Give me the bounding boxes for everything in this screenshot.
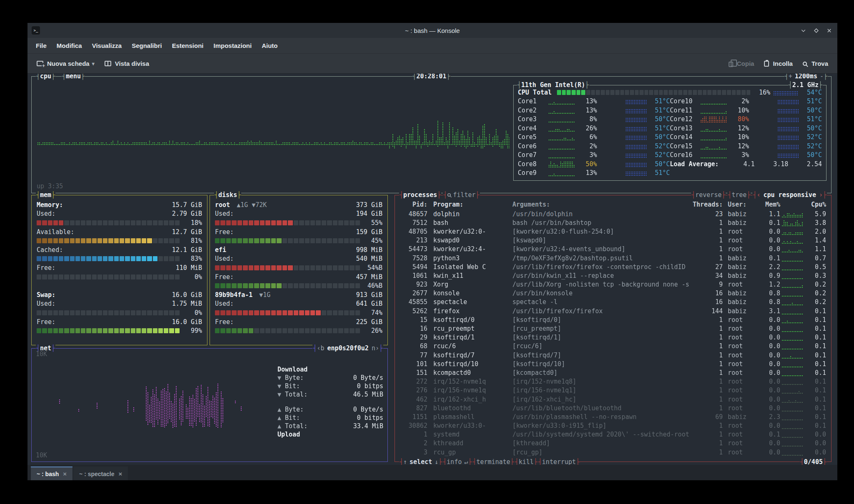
- menu-impostazioni[interactable]: Impostazioni: [209, 42, 257, 49]
- process-row[interactable]: 272irq/152-nvme1q[irq/152-nvme1q8]1root0…: [400, 377, 826, 386]
- process-row[interactable]: 77ksoftirqd/7[ksoftirqd/7]1root0.00.1: [400, 351, 826, 359]
- select-down-icon[interactable]: ↓: [434, 458, 438, 465]
- tab-bash[interactable]: ~ : bash×: [31, 467, 72, 480]
- header-threads[interactable]: Threads:: [690, 200, 723, 209]
- new-tab-button[interactable]: Nuova scheda ▾: [32, 57, 99, 70]
- temp-graph: [625, 151, 647, 159]
- process-row[interactable]: 45855spectaclespectacle -l16babiz0.80.2: [400, 298, 826, 307]
- process-row[interactable]: 48705kworker/u32:0-[kworker/u32:0-flush-…: [400, 227, 826, 236]
- terminal-area[interactable]: ┤cpu├ ┤menu├ ┤20:28:01├ ┤+1200ms-├ ┤11th…: [27, 74, 837, 465]
- menu-modifica[interactable]: Modifica: [52, 42, 87, 49]
- usage-graph: [700, 115, 727, 123]
- process-row[interactable]: 7528python3/tmp/OeXF3efXg8v2/bashtop.psu…: [400, 254, 826, 262]
- header-mem[interactable]: Mem%: [759, 200, 780, 209]
- process-row[interactable]: 462irq/162-xhci_h[irq/162-xhci_hc]1root0…: [400, 395, 826, 404]
- tab-spectacle[interactable]: ~ : spectacle×: [73, 467, 128, 480]
- terminate-button[interactable]: terminate: [477, 458, 510, 465]
- header-program[interactable]: Program:: [433, 200, 512, 209]
- cpu-menu-button[interactable]: menu: [66, 74, 81, 80]
- reverse-sort-button[interactable]: reverse: [695, 191, 722, 199]
- meter: [37, 310, 180, 315]
- mem-meter-row: 99%: [37, 326, 202, 335]
- maximize-button[interactable]: [813, 27, 819, 34]
- process-row[interactable]: 1systemd/usr/lib/systemd/systemd 2020\' …: [400, 430, 826, 439]
- net-next-device-button[interactable]: n›: [372, 344, 379, 352]
- usage-graph: [781, 439, 804, 447]
- process-row[interactable]: 2kthreadd[kthreadd]1root0.00.0: [400, 439, 826, 448]
- core-row: Core113%51°CCore102%51°C: [518, 97, 822, 106]
- konsole-window: >_ ~ : bash — Konsole FileModificaVisual…: [27, 23, 837, 480]
- process-row[interactable]: 7512bashbash /usr/bin/bashtop1babiz0.13.…: [400, 218, 826, 227]
- process-row[interactable]: 29ksoftirqd/1[ksoftirqd/1]1root0.00.1: [400, 333, 826, 342]
- select-up-icon[interactable]: ↑: [403, 458, 407, 465]
- minimize-button[interactable]: [800, 27, 807, 34]
- sort-prev-button[interactable]: ‹: [757, 191, 760, 199]
- menu-aiuto[interactable]: Aiuto: [257, 42, 282, 49]
- process-row[interactable]: 5494Isolated Web C/usr/lib/firefox/firef…: [400, 262, 826, 271]
- process-row[interactable]: 827bluetoothd/usr/lib/bluetooth/bluetoot…: [400, 404, 826, 412]
- download-title: Download: [277, 365, 307, 374]
- info-button[interactable]: info: [447, 458, 462, 465]
- header-arguments[interactable]: Arguments:: [512, 200, 690, 209]
- process-row[interactable]: 213kswapd0[kswapd0]1root0.01.4: [400, 236, 826, 245]
- process-row[interactable]: 1151plasmashell/usr/bin/plasmashell --no…: [400, 412, 826, 421]
- process-row[interactable]: 16rcu_preempt[rcu_preempt]1root0.00.1: [400, 324, 826, 333]
- process-count: 0/405: [804, 458, 823, 465]
- mem-meter-row: 0%: [37, 308, 202, 317]
- process-row[interactable]: 5262firefox/usr/lib/firefox/firefox144ba…: [400, 307, 826, 315]
- header-user[interactable]: User:: [728, 200, 759, 209]
- process-row[interactable]: 48657dolphin/usr/bin/dolphin23babiz1.15.…: [400, 210, 826, 218]
- process-row[interactable]: 101ksoftirqd/10[ksoftirqd/10]1root0.00.1: [400, 359, 826, 368]
- tab-label: ~ : bash: [37, 471, 59, 477]
- cpu-history-graph: [37, 89, 509, 172]
- titlebar[interactable]: >_ ~ : bash — Konsole: [27, 23, 837, 38]
- interval-increase-button[interactable]: +: [789, 74, 792, 80]
- usage-graph: [548, 142, 575, 150]
- window-title: ~ : bash — Konsole: [27, 27, 837, 34]
- process-row[interactable]: 15ksoftirqd/0[ksoftirqd/0]1root0.00.1: [400, 315, 826, 324]
- tab-close-icon[interactable]: ×: [119, 470, 122, 477]
- process-row[interactable]: 276irq/156-nvme1q[irq/156-nvme1q1]1root0…: [400, 386, 826, 395]
- menu-estensioni[interactable]: Estensioni: [167, 42, 209, 49]
- chevron-down-icon[interactable]: ▾: [92, 61, 95, 67]
- core-row: Core850%50°CLoad Average:4.13.182.54: [518, 160, 822, 169]
- disk-name-row: root▲1G ▼72K373 GiB: [215, 200, 382, 210]
- core-row: Core38%50°CCore1280%51°C: [518, 115, 822, 124]
- net-stat-row: ▼Byte:0 Byte/s: [277, 374, 383, 382]
- header-cpu[interactable]: Cpu%: [804, 200, 826, 209]
- menu-segnalibri[interactable]: Segnalibri: [127, 42, 167, 49]
- interval-decrease-button[interactable]: -: [820, 74, 824, 80]
- kill-button[interactable]: kill: [519, 458, 534, 465]
- net-stat-row: ▲Total:33.4 MiB: [277, 422, 383, 430]
- tab-close-icon[interactable]: ×: [63, 470, 67, 477]
- find-button[interactable]: Trova: [799, 57, 832, 70]
- filter-button[interactable]: filter: [453, 191, 475, 199]
- mem-meter-row: 81%: [37, 236, 202, 245]
- process-row[interactable]: 151kcompactd0[kcompactd0]1root0.00.1: [400, 368, 826, 377]
- copy-button[interactable]: Copia: [724, 57, 759, 70]
- header-pid[interactable]: Pid:: [400, 200, 427, 209]
- disk-stat-row: Used:194 GiB: [215, 210, 382, 219]
- split-view-button[interactable]: Vista divisa: [100, 57, 153, 70]
- process-row[interactable]: 54473kworker/u32:4-[kworker/u32:4-events…: [400, 245, 826, 254]
- paste-button[interactable]: Incolla: [760, 57, 797, 70]
- net-prev-device-button[interactable]: ‹b: [317, 344, 325, 352]
- process-row[interactable]: 1061kwin_x11/usr/bin/kwin_x11 --replace3…: [400, 271, 826, 280]
- sort-next-button[interactable]: ›: [819, 191, 823, 199]
- interrupt-button[interactable]: interrupt: [542, 458, 576, 465]
- desktop-background: >_ ~ : bash — Konsole FileModificaVisual…: [0, 0, 854, 504]
- process-row[interactable]: 30862kworker/u33:0-[kworker/u33:0-i915_f…: [400, 422, 826, 430]
- usage-graph: [781, 422, 804, 429]
- tree-view-button[interactable]: tree: [732, 191, 747, 199]
- process-row[interactable]: 923Xorg/usr/lib/Xorg -nolisten tcp -back…: [400, 280, 826, 289]
- temp-graph: [777, 142, 799, 150]
- upload-stats: ▲Byte:0 Byte/s▲Bit:0 bitps▲Total:33.4 Mi…: [277, 405, 383, 430]
- process-row[interactable]: 2677konsole/usr/bin/konsole16babiz0.80.2: [400, 289, 826, 298]
- process-row[interactable]: 3rcu_gp[rcu_gp]1root0.00.0: [400, 448, 826, 457]
- usage-graph: [548, 169, 575, 177]
- menu-file[interactable]: File: [31, 42, 52, 49]
- process-row[interactable]: 68rcuc/6[rcuc/6]1root0.00.1: [400, 342, 826, 351]
- close-button[interactable]: [826, 27, 832, 34]
- disk-stat-row: Used:540 MiB: [215, 254, 382, 264]
- menu-visualizza[interactable]: Visualizza: [87, 42, 127, 49]
